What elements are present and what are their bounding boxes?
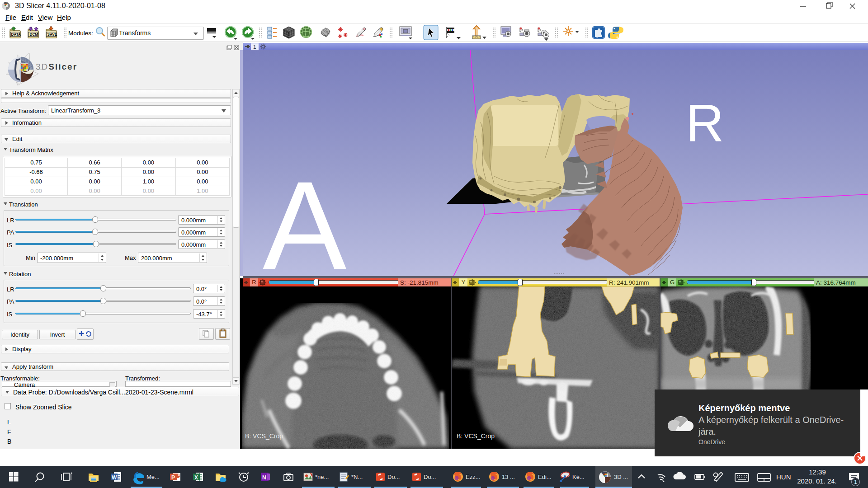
svg-text:R: R — [686, 93, 724, 152]
svg-text:*ne...: *ne... — [315, 474, 329, 480]
svg-text:13 ...: 13 ... — [502, 474, 515, 480]
svg-text:B: VCS_Crop: B: VCS_Crop — [245, 432, 283, 440]
svg-text:HUN: HUN — [776, 473, 791, 481]
svg-text:B: VCS_Crop: B: VCS_Crop — [457, 432, 495, 440]
svg-text:Ezz...: Ezz... — [466, 474, 481, 480]
svg-text:A: A — [263, 155, 347, 276]
svg-text:Do...: Do... — [387, 474, 400, 480]
svg-text:Edi...: Edi... — [538, 474, 552, 480]
svg-text:P: P — [171, 474, 175, 481]
svg-text:X: X — [194, 474, 198, 481]
svg-text:3D ...: 3D ... — [614, 474, 628, 480]
svg-text:N: N — [262, 474, 266, 481]
svg-text:SAVE: SAVE — [47, 33, 57, 37]
svg-text:1: 1 — [253, 44, 256, 50]
svg-text:Ké...: Ké... — [572, 474, 585, 480]
svg-text:W: W — [112, 474, 117, 481]
svg-text:Do...: Do... — [424, 474, 436, 480]
svg-text:DCM: DCM — [30, 33, 38, 37]
svg-text:*N...: *N... — [351, 474, 363, 480]
svg-text:Me...: Me... — [146, 474, 160, 480]
svg-text:DATA: DATA — [11, 33, 21, 37]
